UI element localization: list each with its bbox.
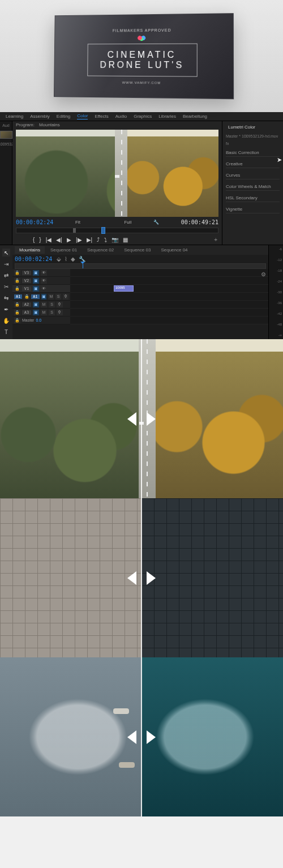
goto-in-button[interactable]: |◀: [46, 237, 52, 243]
sequence-tab-02[interactable]: Sequence 02: [83, 246, 118, 254]
sequence-tab-01[interactable]: Sequence 01: [46, 246, 82, 254]
compare-handle[interactable]: [127, 412, 156, 426]
voiceover-icon[interactable]: 🎙: [63, 294, 68, 300]
ripple-tool-icon[interactable]: ⇄: [2, 271, 10, 279]
sequence-tab-03[interactable]: Sequence 03: [119, 246, 155, 254]
video-clip[interactable]: 10095: [114, 285, 134, 292]
sync-lock-icon[interactable]: ▣: [33, 278, 39, 284]
track-select-tool-icon[interactable]: ⇥: [2, 260, 10, 268]
arrow-right-icon[interactable]: [147, 571, 156, 585]
lock-icon[interactable]: 🔒: [14, 310, 20, 315]
sync-lock-icon[interactable]: ▣: [41, 294, 47, 300]
program-viewer[interactable]: [16, 130, 218, 217]
timeline-timecode[interactable]: 00:00:02:24: [15, 256, 52, 262]
project-clip-thumb[interactable]: [0, 131, 12, 139]
hand-tool-icon[interactable]: ✋: [2, 317, 10, 324]
pen-tool-icon[interactable]: ✒: [2, 305, 10, 313]
mute-toggle[interactable]: M: [41, 302, 47, 307]
workspace-tab-custom[interactable]: Bearbeitung: [183, 114, 207, 119]
workspace-tab-effects[interactable]: Effects: [95, 114, 108, 119]
compare-handle[interactable]: [127, 571, 156, 585]
sync-lock-icon[interactable]: ▣: [33, 302, 39, 307]
lift-button[interactable]: ⤴: [97, 237, 100, 243]
lock-icon[interactable]: 🔒: [24, 294, 29, 300]
workspace-tab-audio[interactable]: Audio: [115, 114, 127, 119]
master-value[interactable]: 0.0: [36, 318, 41, 322]
solo-toggle[interactable]: S: [49, 310, 55, 315]
lumetri-section-colorwheels[interactable]: Color Wheels & Match: [226, 183, 280, 191]
add-transport-button[interactable]: +: [214, 237, 222, 243]
step-back-button[interactable]: ◀|: [56, 237, 62, 243]
program-in-point[interactable]: [73, 228, 76, 233]
slip-tool-icon[interactable]: ⇆: [2, 294, 10, 302]
lock-icon[interactable]: 🔒: [14, 278, 20, 284]
export-frame-button[interactable]: 📷: [112, 237, 118, 243]
track-header-v2[interactable]: 🔒 V2 ▣ 👁: [12, 277, 70, 285]
track-header-v3[interactable]: 🔒 V3 ▣ 👁: [12, 269, 70, 277]
lock-icon[interactable]: 🔒: [14, 318, 20, 323]
track-header-master[interactable]: 🔒 Master 0.0: [12, 317, 70, 324]
arrow-left-icon[interactable]: [127, 412, 136, 426]
workspace-tab-color[interactable]: Color: [77, 113, 88, 119]
timeline-ruler[interactable]: [15, 263, 266, 269]
mute-toggle[interactable]: M: [48, 294, 54, 300]
eye-icon[interactable]: 👁: [41, 270, 47, 276]
program-scrub-bar[interactable]: [16, 228, 218, 233]
mute-toggle[interactable]: M: [41, 310, 47, 315]
timeline-track-area[interactable]: 10095 ⚙: [70, 269, 268, 324]
play-button[interactable]: ▶: [67, 237, 71, 243]
lock-icon[interactable]: 🔒: [14, 270, 20, 276]
track-header-a1[interactable]: A1 🔒 A1 ▣ M S 🎙: [12, 293, 70, 301]
step-forward-button[interactable]: |▶: [76, 237, 82, 243]
workspace-tab-assembly[interactable]: Assembly: [30, 114, 50, 119]
voiceover-icon[interactable]: 🎙: [57, 302, 63, 307]
add-marker-icon[interactable]: ◆: [71, 256, 75, 262]
sync-lock-icon[interactable]: ▣: [33, 270, 39, 276]
workspace-tab-libraries[interactable]: Libraries: [158, 114, 176, 119]
arrow-left-icon[interactable]: [127, 571, 136, 585]
extract-button[interactable]: ⤵: [104, 237, 107, 243]
eye-icon[interactable]: 👁: [41, 278, 47, 284]
type-tool-icon[interactable]: T: [2, 328, 10, 336]
timeline-playhead[interactable]: [83, 264, 83, 268]
lumetri-section-basic[interactable]: Basic Correction: [226, 149, 280, 157]
mark-out-button[interactable]: }: [39, 237, 41, 243]
goto-out-button[interactable]: ▶|: [87, 237, 93, 243]
solo-toggle[interactable]: S: [49, 302, 55, 307]
lock-icon[interactable]: 🔒: [14, 302, 20, 307]
lock-icon[interactable]: 🔒: [14, 286, 20, 292]
selection-tool-icon[interactable]: ↖: [2, 249, 10, 256]
compare-handle[interactable]: [127, 730, 156, 744]
track-header-v1[interactable]: 🔒 V1 ▣ 👁: [12, 285, 70, 293]
eye-icon[interactable]: 👁: [41, 286, 47, 292]
program-fit-dropdown[interactable]: Fit: [75, 220, 80, 225]
lumetri-section-curves[interactable]: Curves: [226, 172, 280, 179]
linked-selection-icon[interactable]: ⌇: [65, 256, 67, 262]
sync-lock-icon[interactable]: ▣: [33, 286, 39, 292]
razor-tool-icon[interactable]: ✂: [2, 283, 10, 290]
program-playhead[interactable]: [101, 227, 105, 234]
lumetri-section-vignette[interactable]: Vignette: [226, 206, 280, 213]
program-timecode-in[interactable]: 00:00:02:24: [16, 219, 53, 225]
source-patch-a1[interactable]: A1: [14, 294, 22, 299]
sync-lock-icon[interactable]: ▣: [33, 310, 39, 315]
mark-in-button[interactable]: {: [33, 237, 35, 243]
timeline-display-settings-icon[interactable]: ⚙: [261, 271, 266, 277]
track-header-a3[interactable]: 🔒 A3 ▣ M S 🎙: [12, 309, 70, 317]
workspace-tab-learning[interactable]: Learning: [6, 114, 23, 119]
workspace-tab-graphics[interactable]: Graphics: [134, 114, 152, 119]
track-header-a2[interactable]: 🔒 A2 ▣ M S 🎙: [12, 301, 70, 309]
lumetri-section-hsl[interactable]: HSL Secondary: [226, 194, 280, 202]
lumetri-section-creative[interactable]: Creative: [226, 160, 280, 168]
solo-toggle[interactable]: S: [55, 294, 61, 300]
program-zoom-dropdown[interactable]: Full: [124, 220, 131, 225]
arrow-left-icon[interactable]: [127, 730, 136, 744]
workspace-tab-editing[interactable]: Editing: [57, 114, 70, 119]
snap-toggle-icon[interactable]: ⬙: [57, 256, 61, 262]
safe-margins-button[interactable]: ▦: [123, 237, 128, 243]
sequence-tab-04[interactable]: Sequence 04: [156, 246, 192, 254]
voiceover-icon[interactable]: 🎙: [57, 310, 63, 315]
arrow-right-icon[interactable]: [147, 730, 156, 744]
arrow-right-icon[interactable]: [147, 412, 156, 426]
sequence-tab-mountains[interactable]: Mountains: [15, 246, 45, 254]
